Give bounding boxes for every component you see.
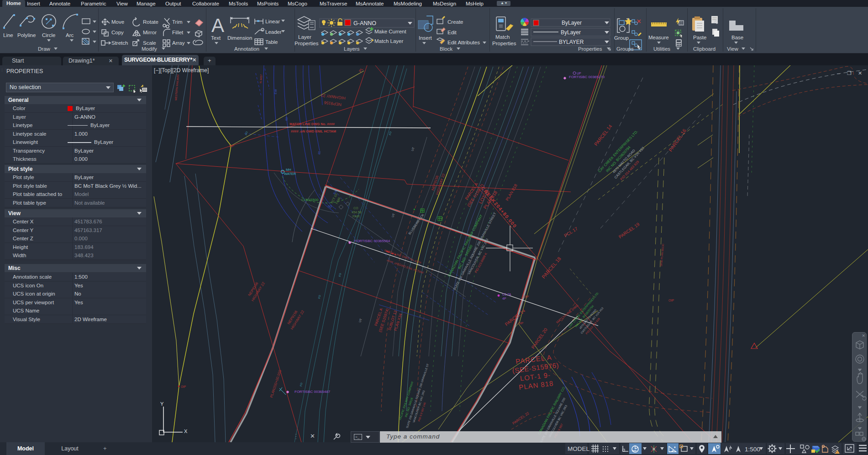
- svg-text:Properties: Properties: [578, 46, 602, 52]
- svg-text:N 4457: N 4457: [259, 74, 263, 83]
- svg-text:Polyline: Polyline: [17, 32, 36, 38]
- svg-text:Arc: Arc: [66, 32, 74, 38]
- svg-text:Linear: Linear: [265, 19, 280, 24]
- svg-text:UT: UT: [410, 147, 415, 152]
- svg-text:C3 2A: C3 2A: [502, 293, 511, 296]
- svg-text:Clipboard: Clipboard: [693, 46, 715, 52]
- svg-text:N3: N3: [328, 205, 332, 208]
- svg-text:1:500: 1:500: [745, 446, 760, 453]
- svg-text:Text: Text: [211, 35, 221, 41]
- svg-text:Utilities: Utilities: [653, 46, 670, 52]
- svg-text:Create: Create: [447, 19, 463, 25]
- svg-text:ByLayer: ByLayer: [561, 29, 581, 36]
- svg-text:UT: UT: [358, 318, 363, 323]
- svg-text:FO: FO: [338, 273, 342, 277]
- svg-text:Annotation: Annotation: [234, 46, 259, 52]
- svg-text:PARCEL 16: PARCEL 16: [668, 128, 687, 153]
- svg-text:FORTISBC 00365270: FORTISBC 00365270: [569, 75, 605, 79]
- svg-text:View: View: [727, 46, 738, 52]
- svg-text:Properties: Properties: [492, 41, 516, 46]
- svg-text:Y: Y: [160, 401, 164, 407]
- svg-text:Dimension: Dimension: [227, 35, 252, 41]
- svg-text:OIP: OIP: [518, 322, 523, 325]
- svg-text:Fillet: Fillet: [172, 30, 184, 35]
- svg-text:NEP9156: NEP9156: [324, 100, 342, 107]
- svg-text:PARCEL 19: PARCEL 19: [618, 222, 641, 240]
- svg-text:Rotate: Rotate: [143, 19, 158, 25]
- svg-text:FORTISBC 00365564: FORTISBC 00365564: [354, 239, 390, 243]
- svg-text:CLASS500: CLASS500: [301, 198, 318, 202]
- svg-text:MH: MH: [286, 168, 291, 172]
- svg-text:Modify: Modify: [142, 46, 157, 52]
- svg-text:454.58: 454.58: [352, 211, 362, 214]
- svg-text:Layers: Layers: [344, 46, 360, 52]
- svg-text:60: 60: [317, 151, 321, 155]
- svg-text:Block: Block: [440, 46, 452, 52]
- svg-text:OIP: OIP: [523, 295, 529, 298]
- svg-text:PARCEL 22: PARCEL 22: [512, 411, 530, 426]
- svg-text:OIP: OIP: [181, 385, 186, 388]
- svg-text:PARCEL 20: PARCEL 20: [531, 327, 549, 350]
- svg-text:ByLayer: ByLayer: [562, 20, 582, 26]
- svg-text:A: A: [211, 15, 224, 36]
- svg-text:Array: Array: [172, 40, 185, 46]
- svg-text:Copy: Copy: [111, 30, 124, 35]
- svg-text:FORTISBC 00365487: FORTISBC 00365487: [295, 390, 331, 394]
- svg-text:Paste: Paste: [693, 35, 706, 40]
- svg-text:BYLAYER: BYLAYER: [559, 39, 584, 45]
- svg-text:CO: CO: [353, 206, 358, 210]
- svg-text:WESTERN RAILWAY: WESTERN RAILWAY: [174, 74, 179, 101]
- svg-text:Stretch: Stretch: [111, 40, 128, 46]
- svg-text:PLAN 818: PLAN 818: [505, 183, 518, 202]
- svg-text:PARCEL 18: PARCEL 18: [541, 256, 562, 280]
- svg-text:PARCEL 14: PARCEL 14: [593, 123, 613, 147]
- svg-text:Make Current: Make Current: [374, 29, 406, 34]
- svg-text:Measure: Measure: [648, 35, 669, 40]
- svg-text:MODEL: MODEL: [568, 445, 590, 452]
- svg-text:PL: PL: [358, 67, 364, 73]
- svg-text:OIP: OIP: [668, 299, 674, 302]
- svg-text:Circle: Circle: [42, 32, 55, 38]
- svg-text:Table: Table: [265, 39, 278, 45]
- svg-text:Move: Move: [111, 19, 124, 25]
- svg-text:SRW PLAN 98130: SRW PLAN 98130: [660, 243, 664, 267]
- svg-text:60: 60: [284, 117, 288, 121]
- svg-text:Match Layer: Match Layer: [374, 38, 403, 44]
- svg-text:G-ANNO: G-ANNO: [353, 20, 376, 26]
- svg-text:UP: UP: [577, 72, 581, 75]
- svg-text:Trim: Trim: [172, 19, 183, 25]
- svg-text:PLAN200+00.000: PLAN200+00.000: [269, 369, 282, 398]
- svg-text:FO: FO: [245, 131, 248, 136]
- svg-text:PCL 17: PCL 17: [563, 226, 579, 238]
- svg-text:UT: UT: [391, 213, 395, 218]
- svg-text:FO: FO: [300, 382, 303, 387]
- svg-text:EW: EW: [274, 89, 277, 94]
- svg-text:Group: Group: [614, 35, 629, 41]
- svg-text:HIGHWAY 22: HIGHWAY 22: [321, 93, 346, 101]
- svg-text:UP: UP: [229, 144, 234, 148]
- svg-text:FAIR: FAIR: [352, 215, 360, 218]
- svg-text:FO: FO: [318, 295, 321, 299]
- svg-text:MATCH LINE DWG No. ####: MATCH LINE DWG No. ####: [289, 122, 335, 126]
- svg-text:4P: 4P: [502, 297, 506, 300]
- svg-text:#### .oN GWD ENIL HCTAM: #### .oN GWD ENIL HCTAM: [291, 129, 336, 133]
- svg-text:Layer: Layer: [298, 34, 311, 40]
- svg-text:WATER: WATER: [284, 172, 296, 176]
- svg-text:Base: Base: [731, 35, 743, 40]
- svg-text:Insert: Insert: [419, 35, 432, 41]
- svg-text:Leader: Leader: [265, 29, 282, 35]
- svg-text:Edit: Edit: [447, 30, 457, 35]
- svg-text:Mirror: Mirror: [143, 30, 157, 35]
- svg-text:X: X: [184, 429, 188, 434]
- svg-text:Match: Match: [495, 34, 510, 40]
- svg-text:Properties: Properties: [295, 41, 319, 46]
- svg-text:FO: FO: [389, 131, 392, 136]
- svg-text:Edit Attributes: Edit Attributes: [447, 40, 480, 45]
- svg-text:Scale: Scale: [143, 40, 156, 46]
- svg-text:Groups: Groups: [616, 46, 634, 52]
- svg-text:Draw: Draw: [38, 46, 51, 52]
- svg-text:Line: Line: [3, 32, 13, 38]
